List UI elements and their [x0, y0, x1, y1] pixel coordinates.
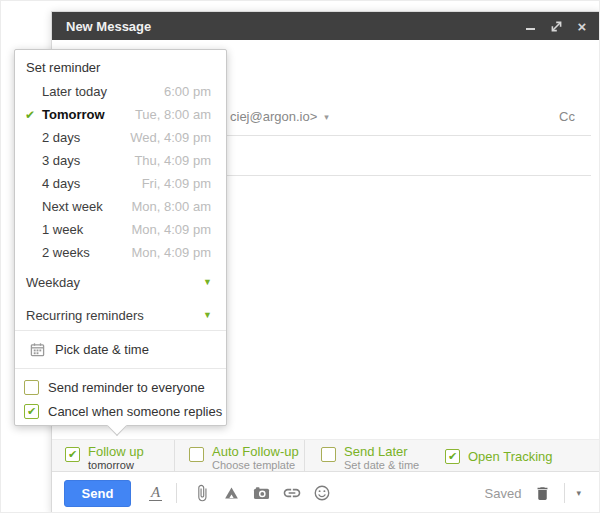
checkbox-checked-icon[interactable]: ✔ [65, 447, 80, 462]
triangle-down-icon: ▼ [203, 277, 212, 287]
checkbox-label: Cancel when someone replies [48, 404, 222, 419]
auto-followup-toggle[interactable]: Auto Follow-up Choose template [189, 445, 299, 472]
formatting-options-icon[interactable]: A [149, 485, 162, 501]
set-reminder-menu: Set reminder Later today 6:00 pm ✔ Tomor… [14, 49, 227, 426]
menu-item-label: 1 week [42, 222, 83, 237]
menu-item-label: 4 days [42, 176, 80, 191]
send-bar-left: Send A [64, 472, 341, 513]
menu-item-label: 2 weeks [42, 245, 90, 260]
menu-item-1-week[interactable]: 1 week Mon, 4:09 pm [15, 218, 226, 241]
discard-draft-icon[interactable] [532, 483, 553, 504]
menu-item-label: 3 days [42, 153, 80, 168]
send-button[interactable]: Send [64, 480, 131, 507]
menu-item-3-days[interactable]: 3 days Thu, 4:09 pm [15, 149, 226, 172]
recipient-chip[interactable]: ciej@argon.io> [230, 109, 317, 124]
checkbox-checked-icon[interactable]: ✔ [445, 449, 460, 464]
close-icon[interactable]: × [573, 17, 591, 35]
menu-item-tomorrow[interactable]: ✔ Tomorrow Tue, 8:00 am [15, 103, 226, 126]
menu-item-time: Tue, 8:00 am [135, 107, 211, 122]
send-bar-divider [176, 483, 177, 503]
toolbar-divider [174, 440, 175, 471]
expand-icon[interactable] [547, 17, 565, 35]
menu-header: Set reminder [26, 60, 214, 75]
attach-file-icon[interactable] [191, 483, 212, 504]
titlebar-controls: × [521, 12, 591, 40]
pick-date-time-label: Pick date & time [55, 342, 149, 357]
insert-photo-icon[interactable] [251, 483, 272, 504]
insert-emoji-icon[interactable] [311, 483, 332, 504]
check-icon: ✔ [25, 108, 42, 122]
followup-label: Follow up [88, 445, 144, 458]
checkbox-label: Send reminder to everyone [48, 380, 205, 395]
recurring-reminders-expander[interactable]: Recurring reminders ▼ [15, 300, 226, 330]
saved-status: Saved [485, 486, 522, 501]
expander-label: Recurring reminders [26, 308, 144, 323]
checkbox-unchecked-icon[interactable] [24, 380, 39, 395]
calendar-icon [30, 342, 45, 357]
more-options-icon[interactable]: ▾ [576, 488, 581, 498]
open-tracking-toggle[interactable]: ✔ Open Tracking [445, 449, 553, 464]
expander-label: Weekday [26, 275, 80, 290]
drive-icon[interactable] [221, 483, 242, 504]
followup-toggle[interactable]: ✔ Follow up tomorrow [65, 445, 144, 472]
send-bar: Send A [52, 472, 599, 513]
menu-item-label: Next week [42, 199, 103, 214]
send-later-toggle[interactable]: Send Later Set date & time [321, 445, 419, 472]
menu-item-time: 6:00 pm [164, 84, 211, 99]
menu-item-time: Mon, 8:00 am [132, 199, 212, 214]
toolbar-divider [304, 440, 305, 471]
send-later-sublabel[interactable]: Set date & time [344, 459, 419, 472]
menu-item-2-weeks[interactable]: 2 weeks Mon, 4:09 pm [15, 241, 226, 264]
menu-item-time: Thu, 4:09 pm [134, 153, 211, 168]
triangle-down-icon: ▼ [203, 310, 212, 320]
menu-item-time: Mon, 4:09 pm [132, 245, 212, 260]
menu-item-label: Tomorrow [42, 107, 105, 122]
menu-item-later-today[interactable]: Later today 6:00 pm [15, 80, 226, 103]
compose-titlebar[interactable]: New Message × [52, 12, 599, 40]
menu-item-time: Mon, 4:09 pm [132, 222, 212, 237]
send-bar-divider [564, 483, 565, 503]
checkbox-unchecked-icon[interactable] [321, 447, 336, 462]
checkbox-checked-icon[interactable]: ✔ [24, 404, 39, 419]
auto-followup-label: Auto Follow-up [212, 445, 299, 458]
open-tracking-label: Open Tracking [468, 450, 553, 463]
recipient-row[interactable]: ciej@argon.io> ▾ [230, 109, 329, 124]
followup-toolbar: ✔ Follow up tomorrow Auto Follow-up Choo… [52, 439, 599, 472]
auto-followup-sublabel[interactable]: Choose template [212, 459, 299, 472]
screen: New Message × ciej@argon.io> ▾ Cc [0, 0, 600, 513]
send-reminder-everyone-option[interactable]: Send reminder to everyone [15, 375, 226, 399]
menu-item-4-days[interactable]: 4 days Fri, 4:09 pm [15, 172, 226, 195]
menu-item-next-week[interactable]: Next week Mon, 8:00 am [15, 195, 226, 218]
weekday-expander[interactable]: Weekday ▼ [15, 267, 226, 297]
send-later-label: Send Later [344, 445, 419, 458]
checkbox-unchecked-icon[interactable] [189, 447, 204, 462]
menu-item-time: Wed, 4:09 pm [130, 130, 211, 145]
recipient-caret-icon[interactable]: ▾ [324, 112, 329, 122]
send-bar-right: Saved ▾ [485, 472, 581, 513]
compose-title: New Message [66, 19, 151, 34]
followup-sublabel[interactable]: tomorrow [88, 459, 144, 472]
menu-item-label: 2 days [42, 130, 80, 145]
pick-date-time-button[interactable]: Pick date & time [15, 331, 226, 368]
menu-item-time: Fri, 4:09 pm [142, 176, 211, 191]
menu-item-2-days[interactable]: 2 days Wed, 4:09 pm [15, 126, 226, 149]
insert-link-icon[interactable] [281, 483, 302, 504]
minimize-icon[interactable] [521, 17, 539, 35]
cc-link[interactable]: Cc [559, 109, 575, 124]
menu-item-label: Later today [42, 84, 107, 99]
